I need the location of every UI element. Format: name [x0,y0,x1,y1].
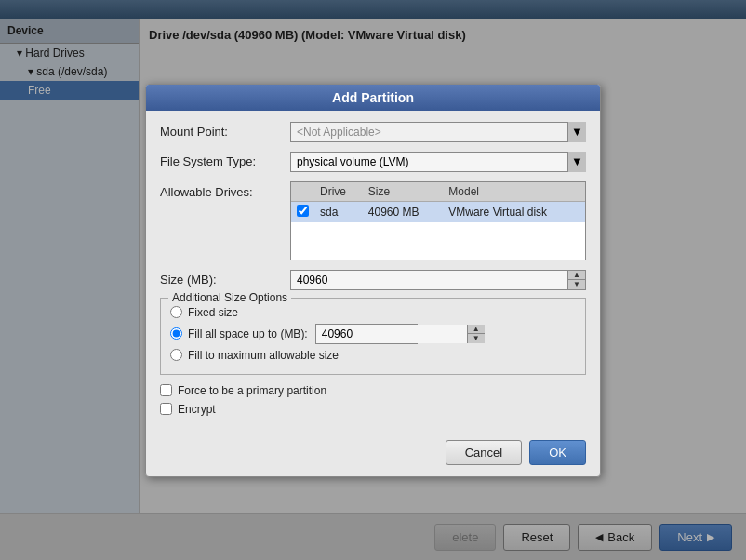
fixed-size-row: Fixed size [170,306,576,319]
fill-up-spinbox-buttons: ▲ ▼ [467,325,485,343]
fill-up-decrement-button[interactable]: ▼ [468,334,485,343]
allowable-drives-row: Allowable Drives: Drive Size Model [160,181,586,260]
fill-up-spinbox: ▲ ▼ [315,324,418,344]
drives-col-size: Size [363,182,443,202]
size-increment-button[interactable]: ▲ [568,271,585,281]
drives-col-check [291,182,314,202]
fill-up-row: Fill all space up to (MB): ▲ ▼ [170,324,576,344]
force-primary-label[interactable]: Force to be a primary partition [178,384,326,397]
ok-button[interactable]: OK [529,440,586,465]
filesystem-select-wrapper: physical volume (LVM) ext4 ext3 swap ▼ [290,152,586,172]
modal-body: Mount Point: <Not Applicable> ▼ File Sys… [146,111,600,433]
drive-size-cell: 40960 MB [363,201,443,222]
add-partition-dialog: Add Partition Mount Point: <Not Applicab… [145,84,601,477]
size-input[interactable] [291,271,567,289]
size-label: Size (MB): [160,273,290,287]
drives-col-drive: Drive [314,182,363,202]
drive-checkbox-cell[interactable] [291,201,314,222]
encrypt-label[interactable]: Encrypt [178,403,216,416]
drive-name-cell: sda [314,201,363,222]
options-group-legend: Additional Size Options [168,291,291,304]
fill-up-increment-button[interactable]: ▲ [468,325,485,335]
cancel-button[interactable]: Cancel [446,440,522,465]
fixed-size-radio[interactable] [170,306,182,318]
fill-up-radio[interactable] [170,327,182,340]
filesystem-type-row: File System Type: physical volume (LVM) … [160,152,586,172]
size-spinbox: ▲ ▼ [290,270,586,290]
allowable-drives-label: Allowable Drives: [160,181,290,199]
drives-table-container: Drive Size Model sda [290,181,586,260]
drives-col-model: Model [443,182,585,202]
empty-row [291,222,585,260]
table-row[interactable]: sda 40960 MB VMware Virtual disk [291,201,585,222]
force-primary-row: Force to be a primary partition [160,384,586,397]
mount-point-label: Mount Point: [160,125,290,139]
modal-title: Add Partition [146,85,600,111]
fill-up-input[interactable] [316,325,467,343]
size-spinbox-buttons: ▲ ▼ [567,271,585,289]
fill-max-label[interactable]: Fill to maximum allowable size [188,349,339,362]
additional-size-options-group: Additional Size Options Fixed size Fill … [160,298,586,375]
fixed-size-label[interactable]: Fixed size [188,306,238,319]
fill-max-radio[interactable] [170,349,182,361]
fill-up-label[interactable]: Fill all space up to (MB): [188,327,308,340]
modal-footer: Cancel OK [146,433,600,476]
fill-max-row: Fill to maximum allowable size [170,349,576,362]
size-row: Size (MB): ▲ ▼ [160,270,586,290]
drive-model-cell: VMware Virtual disk [443,201,585,222]
filesystem-type-label: File System Type: [160,154,290,168]
main-window: Device ▾ Hard Drives ▾ sda (/dev/sda) Fr… [0,0,746,560]
encrypt-checkbox[interactable] [160,403,172,415]
force-primary-checkbox[interactable] [160,384,172,396]
drive-checkbox[interactable] [297,205,309,217]
mount-point-select[interactable]: <Not Applicable> [290,122,586,142]
filesystem-select[interactable]: physical volume (LVM) ext4 ext3 swap [290,152,586,172]
drives-table: Drive Size Model sda [291,182,585,260]
modal-overlay: Add Partition Mount Point: <Not Applicab… [0,0,746,560]
size-decrement-button[interactable]: ▼ [568,280,585,289]
mount-point-row: Mount Point: <Not Applicable> ▼ [160,122,586,142]
mount-point-select-wrapper: <Not Applicable> ▼ [290,122,586,142]
encrypt-row: Encrypt [160,403,586,416]
